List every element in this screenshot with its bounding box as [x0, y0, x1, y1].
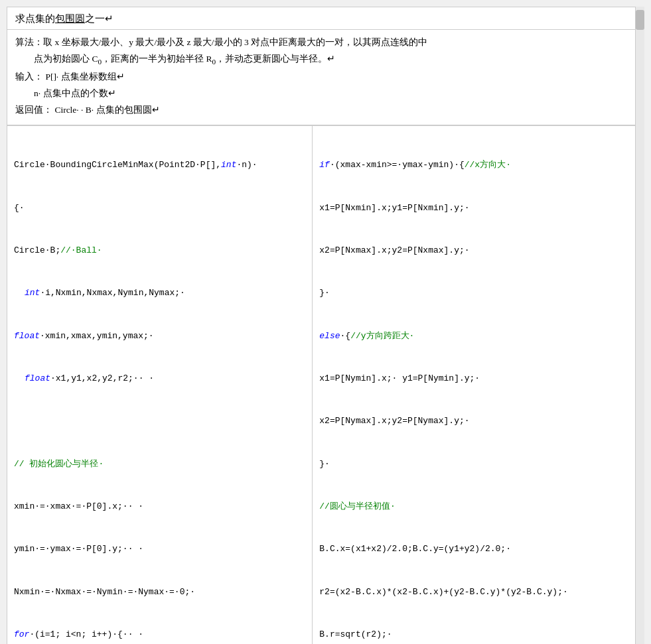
scrollbar[interactable]: [635, 7, 644, 644]
desc-line4: n· 点集中点的个数↵: [15, 86, 636, 101]
code-line: Circle·BoundingCircleMinMax(Point2D·P[],…: [14, 158, 305, 172]
title-underline: 包围圆: [55, 13, 85, 24]
code-left: Circle·BoundingCircleMinMax(Point2D·P[],…: [7, 126, 313, 644]
header-title: 求点集的包围圆之一↵: [15, 13, 113, 24]
code-line: x2=P[Nymax].x;y2=P[Nymax].y;·: [319, 414, 637, 428]
code-line: if·(xmax-xmin>=·ymax-ymin)·{//x方向大·: [319, 158, 637, 172]
desc-line3: 输入： P[]· 点集坐标数组↵: [15, 70, 636, 85]
code-line: {·: [14, 201, 305, 215]
desc-line2: 点为初始圆心 C0，距离的一半为初始半径 R0，并动态更新圆心与半径。↵: [15, 52, 636, 68]
code-line: Circle·B;//·Ball·: [14, 243, 305, 257]
code-line: ymin·=·ymax·=·P[0].y;·· ·: [14, 542, 305, 556]
code-line: float·xmin,xmax,ymin,ymax;·: [14, 329, 305, 343]
code-line: }·: [319, 286, 637, 300]
desc-line1: 算法：取 x 坐标最大/最小、y 最大/最小及 z 最大/最小的 3 对点中距离…: [15, 35, 636, 50]
code-line: B.C.x=(x1+x2)/2.0;B.C.y=(y1+y2)/2.0;·: [319, 542, 637, 556]
description-section: 算法：取 x 坐标最大/最小、y 最大/最小及 z 最大/最小的 3 对点中距离…: [7, 30, 644, 125]
code-line: float·x1,y1,x2,y2,r2;·· ·: [14, 371, 305, 385]
code-line: B.r=sqrt(r2);·: [319, 627, 637, 641]
code-line: //圆心与半径初值·: [319, 499, 637, 513]
code-line: int·i,Nxmin,Nxmax,Nymin,Nymax;·: [14, 286, 305, 300]
title-prefix: 求点集的: [15, 13, 55, 24]
code-line: }·: [319, 457, 637, 471]
code-line: x1=P[Nymin].x;· y1=P[Nymin].y;·: [319, 371, 637, 385]
code-line: xmin·=·xmax·=·P[0].x;·· ·: [14, 499, 305, 513]
title-suffix: 之一↵: [85, 13, 113, 24]
code-line: r2=(x2-B.C.x)*(x2-B.C.x)+(y2-B.C.y)*(y2-…: [319, 585, 637, 599]
code-section: Circle·BoundingCircleMinMax(Point2D·P[],…: [7, 125, 644, 644]
desc-line5: 返回值： Circle· · B· 点集的包围圆↵: [15, 103, 636, 118]
code-line: x2=P[Nxmax].x;y2=P[Nxmax].y;·: [319, 243, 637, 257]
code-line: // 初始化圆心与半径·: [14, 457, 305, 471]
code-line: x1=P[Nxmin].x;y1=P[Nxmin].y;·: [319, 201, 637, 215]
scroll-thumb[interactable]: [636, 10, 644, 30]
page-wrapper: 求点集的包围圆之一↵ 算法：取 x 坐标最大/最小、y 最大/最小及 z 最大/…: [7, 7, 644, 644]
code-line: for·(i=1; i<n; i++)·{·· ·: [14, 627, 305, 641]
code-line: Nxmin·=·Nxmax·=·Nymin·=·Nymax·=·0;·: [14, 585, 305, 599]
code-right: if·(xmax-xmin>=·ymax-ymin)·{//x方向大· x1=P…: [313, 126, 644, 644]
page-container: 求点集的包围圆之一↵ 算法：取 x 坐标最大/最小、y 最大/最小及 z 最大/…: [7, 7, 644, 644]
header-section: 求点集的包围圆之一↵: [7, 7, 644, 30]
code-line: [14, 414, 305, 428]
code-line: else·{//y方向跨距大·: [319, 329, 637, 343]
